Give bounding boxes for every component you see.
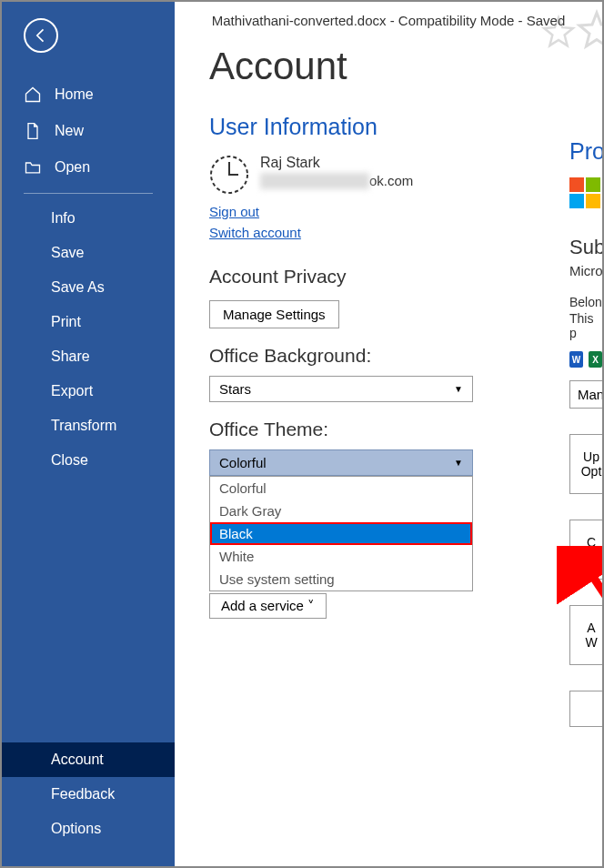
sidebar-item-print[interactable]: Print: [2, 305, 175, 339]
main-panel: Mathivathani-converted.docx - Compatibil…: [175, 2, 602, 866]
sidebar-item-close[interactable]: Close: [2, 443, 175, 478]
sidebar-item-home[interactable]: Home: [2, 76, 175, 113]
sidebar-item-feedback[interactable]: Feedback: [2, 777, 175, 812]
subscription-heading: Subs: [569, 236, 602, 259]
app-icons: W X: [569, 351, 602, 368]
theme-dropdown-list: Colorful Dark Gray Black White Use syste…: [209, 476, 473, 591]
sidebar-item-open[interactable]: Open: [2, 149, 175, 186]
user-info-heading: User Information: [209, 114, 602, 140]
theme-option-colorful[interactable]: Colorful: [210, 477, 472, 500]
office-theme-dropdown[interactable]: Colorful ▼: [209, 449, 473, 476]
backstage-sidebar: Home New Open Info Save Save As Print Sh…: [2, 2, 175, 866]
background-heading: Office Background:: [209, 345, 602, 367]
sidebar-divider: [24, 193, 153, 194]
avatar: [209, 155, 249, 195]
office-insider-card[interactable]: C Ins: [569, 520, 602, 580]
microsoft-logo-icon: [569, 177, 602, 208]
sidebar-item-account[interactable]: Account: [2, 742, 175, 777]
doc-icon: [24, 122, 42, 140]
update-options-card[interactable]: Up Opt: [569, 434, 602, 494]
theme-option-system[interactable]: Use system setting: [210, 568, 472, 590]
sign-out-link[interactable]: Sign out: [209, 204, 259, 219]
subscription-subtext: Micro: [569, 263, 602, 278]
theme-option-darkgray[interactable]: Dark Gray: [210, 500, 472, 522]
privacy-heading: Account Privacy: [209, 266, 602, 288]
chevron-down-icon: ▼: [454, 384, 463, 394]
sidebar-item-transform[interactable]: Transform: [2, 409, 175, 443]
right-panel-clipped: Pro Subs Micro Belon This p W X Man Up O…: [566, 138, 602, 727]
sidebar-item-share[interactable]: Share: [2, 339, 175, 374]
sidebar-item-new[interactable]: New: [2, 113, 175, 149]
user-name: Raj Stark: [260, 155, 413, 171]
document-title: Mathivathani-converted.docx - Compatibil…: [175, 2, 602, 28]
sidebar-item-save[interactable]: Save: [2, 236, 175, 270]
back-button[interactable]: [24, 18, 58, 53]
product-heading: Pro: [569, 138, 602, 165]
sidebar-item-saveas[interactable]: Save As: [2, 270, 175, 305]
dropdown-value: Colorful: [219, 455, 267, 470]
theme-option-black[interactable]: Black: [210, 522, 472, 545]
about-word-card[interactable]: A W: [569, 605, 602, 665]
excel-icon: X: [589, 351, 602, 368]
user-email: ok.com: [260, 173, 413, 188]
star-icon: [575, 9, 602, 53]
sidebar-label: Open: [55, 159, 90, 176]
add-service-button[interactable]: Add a service ˅: [209, 593, 327, 619]
sidebar-label: New: [55, 123, 84, 139]
home-icon: [24, 86, 42, 104]
sidebar-label: Home: [55, 86, 94, 103]
switch-account-link[interactable]: Switch account: [209, 225, 301, 240]
manage-settings-button[interactable]: Manage Settings: [209, 300, 339, 328]
sidebar-item-options[interactable]: Options: [2, 812, 175, 846]
arrow-left-icon: [32, 26, 50, 45]
dropdown-value: Stars: [219, 381, 251, 397]
word-icon: W: [569, 351, 583, 368]
sidebar-item-export[interactable]: Export: [2, 374, 175, 409]
sidebar-item-info[interactable]: Info: [2, 201, 175, 236]
office-background-dropdown[interactable]: Stars ▼: [209, 376, 473, 402]
whats-new-card[interactable]: [569, 691, 602, 727]
chevron-down-icon: ▼: [454, 458, 463, 468]
page-title: Account: [209, 45, 602, 88]
theme-heading: Office Theme:: [209, 419, 602, 440]
manage-account-button[interactable]: Man: [569, 380, 602, 409]
star-icon: [540, 15, 577, 51]
folder-icon: [24, 158, 42, 177]
theme-option-white[interactable]: White: [210, 545, 472, 568]
